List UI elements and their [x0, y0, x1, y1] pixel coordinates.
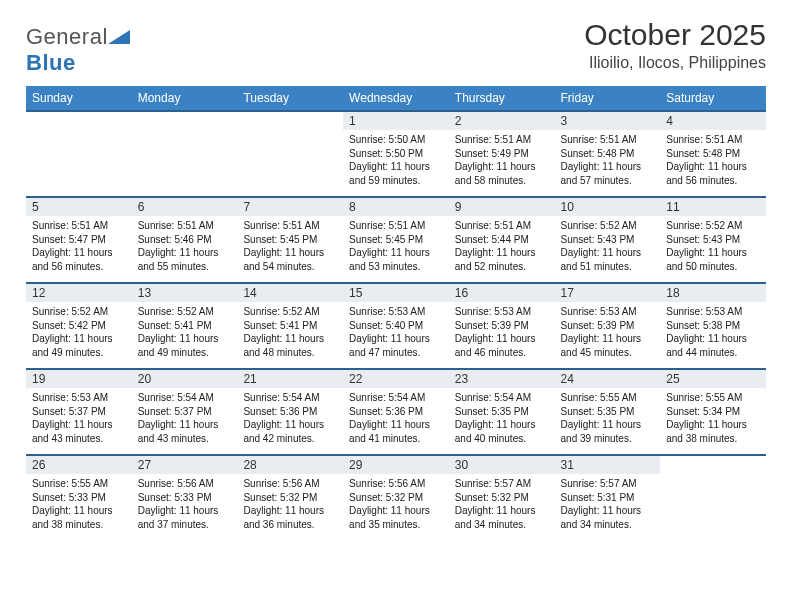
sunset-text: Sunset: 5:41 PM	[243, 319, 337, 333]
sunrise-text: Sunrise: 5:53 AM	[349, 305, 443, 319]
day-number: 9	[449, 198, 555, 216]
weekday-header-row: SundayMondayTuesdayWednesdayThursdayFrid…	[26, 86, 766, 111]
day-number: 25	[660, 370, 766, 388]
day-number: 18	[660, 284, 766, 302]
day-details: Sunrise: 5:54 AMSunset: 5:36 PMDaylight:…	[343, 388, 449, 449]
sunrise-text: Sunrise: 5:54 AM	[349, 391, 443, 405]
day-number	[237, 112, 343, 126]
calendar-week-row: 5Sunrise: 5:51 AMSunset: 5:47 PMDaylight…	[26, 197, 766, 283]
day-number: 3	[555, 112, 661, 130]
sunrise-text: Sunrise: 5:54 AM	[138, 391, 232, 405]
weekday-header: Monday	[132, 86, 238, 111]
calendar-day-cell: 16Sunrise: 5:53 AMSunset: 5:39 PMDayligh…	[449, 283, 555, 369]
day-details: Sunrise: 5:57 AMSunset: 5:32 PMDaylight:…	[449, 474, 555, 535]
day-number: 11	[660, 198, 766, 216]
sunset-text: Sunset: 5:43 PM	[666, 233, 760, 247]
calendar-day-cell: 30Sunrise: 5:57 AMSunset: 5:32 PMDayligh…	[449, 455, 555, 541]
day-details: Sunrise: 5:52 AMSunset: 5:43 PMDaylight:…	[660, 216, 766, 277]
daylight-text: Daylight: 11 hours and 36 minutes.	[243, 504, 337, 531]
day-details: Sunrise: 5:53 AMSunset: 5:39 PMDaylight:…	[449, 302, 555, 363]
sunrise-text: Sunrise: 5:51 AM	[32, 219, 126, 233]
day-details: Sunrise: 5:57 AMSunset: 5:31 PMDaylight:…	[555, 474, 661, 535]
calendar-week-row: 19Sunrise: 5:53 AMSunset: 5:37 PMDayligh…	[26, 369, 766, 455]
day-details: Sunrise: 5:55 AMSunset: 5:35 PMDaylight:…	[555, 388, 661, 449]
calendar-day-cell: 14Sunrise: 5:52 AMSunset: 5:41 PMDayligh…	[237, 283, 343, 369]
day-details: Sunrise: 5:56 AMSunset: 5:32 PMDaylight:…	[237, 474, 343, 535]
calendar-day-cell: 19Sunrise: 5:53 AMSunset: 5:37 PMDayligh…	[26, 369, 132, 455]
day-details: Sunrise: 5:54 AMSunset: 5:37 PMDaylight:…	[132, 388, 238, 449]
daylight-text: Daylight: 11 hours and 56 minutes.	[32, 246, 126, 273]
calendar-day-cell: 22Sunrise: 5:54 AMSunset: 5:36 PMDayligh…	[343, 369, 449, 455]
sunrise-text: Sunrise: 5:52 AM	[561, 219, 655, 233]
daylight-text: Daylight: 11 hours and 35 minutes.	[349, 504, 443, 531]
sunrise-text: Sunrise: 5:53 AM	[455, 305, 549, 319]
day-details	[26, 126, 132, 140]
day-number: 21	[237, 370, 343, 388]
sunset-text: Sunset: 5:38 PM	[666, 319, 760, 333]
sunrise-text: Sunrise: 5:52 AM	[666, 219, 760, 233]
page-title: October 2025	[584, 18, 766, 52]
day-number: 28	[237, 456, 343, 474]
sunrise-text: Sunrise: 5:53 AM	[666, 305, 760, 319]
daylight-text: Daylight: 11 hours and 45 minutes.	[561, 332, 655, 359]
sunrise-text: Sunrise: 5:56 AM	[349, 477, 443, 491]
calendar-day-cell: 24Sunrise: 5:55 AMSunset: 5:35 PMDayligh…	[555, 369, 661, 455]
sunset-text: Sunset: 5:48 PM	[561, 147, 655, 161]
sunset-text: Sunset: 5:33 PM	[138, 491, 232, 505]
day-number: 26	[26, 456, 132, 474]
sunrise-text: Sunrise: 5:52 AM	[32, 305, 126, 319]
sunrise-text: Sunrise: 5:51 AM	[349, 219, 443, 233]
calendar-week-row: 12Sunrise: 5:52 AMSunset: 5:42 PMDayligh…	[26, 283, 766, 369]
day-details: Sunrise: 5:53 AMSunset: 5:37 PMDaylight:…	[26, 388, 132, 449]
daylight-text: Daylight: 11 hours and 38 minutes.	[32, 504, 126, 531]
calendar-day-cell: 8Sunrise: 5:51 AMSunset: 5:45 PMDaylight…	[343, 197, 449, 283]
day-number: 31	[555, 456, 661, 474]
day-number: 6	[132, 198, 238, 216]
day-details: Sunrise: 5:55 AMSunset: 5:33 PMDaylight:…	[26, 474, 132, 535]
calendar-day-cell: 6Sunrise: 5:51 AMSunset: 5:46 PMDaylight…	[132, 197, 238, 283]
logo-triangle-icon	[108, 28, 130, 44]
sunset-text: Sunset: 5:39 PM	[455, 319, 549, 333]
day-details: Sunrise: 5:52 AMSunset: 5:41 PMDaylight:…	[132, 302, 238, 363]
sunset-text: Sunset: 5:33 PM	[32, 491, 126, 505]
day-number: 19	[26, 370, 132, 388]
svg-marker-0	[108, 30, 130, 44]
day-details: Sunrise: 5:51 AMSunset: 5:45 PMDaylight:…	[343, 216, 449, 277]
day-details: Sunrise: 5:51 AMSunset: 5:44 PMDaylight:…	[449, 216, 555, 277]
day-number: 23	[449, 370, 555, 388]
sunrise-text: Sunrise: 5:56 AM	[138, 477, 232, 491]
sunset-text: Sunset: 5:44 PM	[455, 233, 549, 247]
daylight-text: Daylight: 11 hours and 44 minutes.	[666, 332, 760, 359]
calendar-day-cell: 1Sunrise: 5:50 AMSunset: 5:50 PMDaylight…	[343, 111, 449, 197]
sunset-text: Sunset: 5:35 PM	[455, 405, 549, 419]
daylight-text: Daylight: 11 hours and 58 minutes.	[455, 160, 549, 187]
day-number: 1	[343, 112, 449, 130]
calendar-day-cell: 28Sunrise: 5:56 AMSunset: 5:32 PMDayligh…	[237, 455, 343, 541]
day-details	[660, 470, 766, 484]
day-details: Sunrise: 5:51 AMSunset: 5:46 PMDaylight:…	[132, 216, 238, 277]
calendar-day-cell: 10Sunrise: 5:52 AMSunset: 5:43 PMDayligh…	[555, 197, 661, 283]
sunrise-text: Sunrise: 5:55 AM	[561, 391, 655, 405]
sunrise-text: Sunrise: 5:51 AM	[455, 133, 549, 147]
daylight-text: Daylight: 11 hours and 42 minutes.	[243, 418, 337, 445]
calendar-day-cell	[26, 111, 132, 197]
sunset-text: Sunset: 5:48 PM	[666, 147, 760, 161]
day-number: 13	[132, 284, 238, 302]
day-number: 24	[555, 370, 661, 388]
sunrise-text: Sunrise: 5:51 AM	[666, 133, 760, 147]
calendar-day-cell: 11Sunrise: 5:52 AMSunset: 5:43 PMDayligh…	[660, 197, 766, 283]
sunrise-text: Sunrise: 5:51 AM	[138, 219, 232, 233]
daylight-text: Daylight: 11 hours and 43 minutes.	[32, 418, 126, 445]
calendar-day-cell: 7Sunrise: 5:51 AMSunset: 5:45 PMDaylight…	[237, 197, 343, 283]
sunset-text: Sunset: 5:37 PM	[32, 405, 126, 419]
calendar-day-cell	[660, 455, 766, 541]
weekday-header: Wednesday	[343, 86, 449, 111]
logo-general: General	[26, 24, 108, 49]
calendar-day-cell: 27Sunrise: 5:56 AMSunset: 5:33 PMDayligh…	[132, 455, 238, 541]
daylight-text: Daylight: 11 hours and 51 minutes.	[561, 246, 655, 273]
calendar-day-cell: 20Sunrise: 5:54 AMSunset: 5:37 PMDayligh…	[132, 369, 238, 455]
day-number: 4	[660, 112, 766, 130]
day-details: Sunrise: 5:51 AMSunset: 5:45 PMDaylight:…	[237, 216, 343, 277]
calendar-day-cell: 12Sunrise: 5:52 AMSunset: 5:42 PMDayligh…	[26, 283, 132, 369]
daylight-text: Daylight: 11 hours and 48 minutes.	[243, 332, 337, 359]
